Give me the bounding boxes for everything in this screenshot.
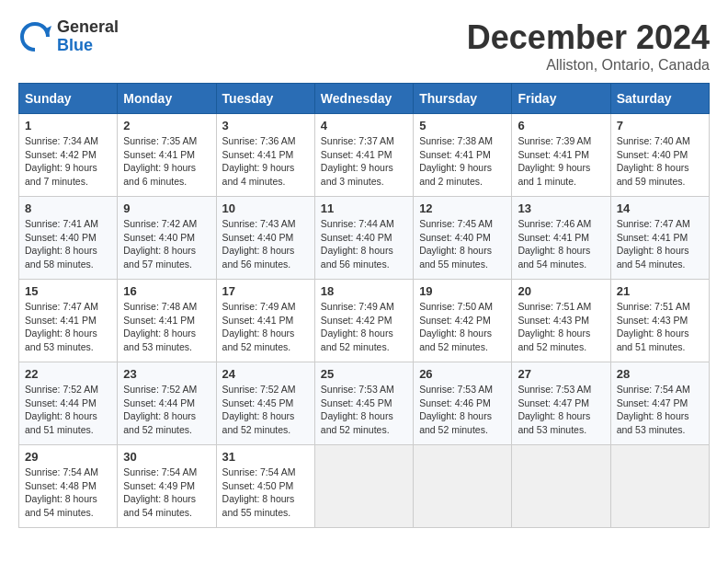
calendar-table: SundayMondayTuesdayWednesdayThursdayFrid… xyxy=(18,83,710,528)
logo-icon xyxy=(18,20,51,53)
day-info: Sunrise: 7:51 AM Sunset: 4:43 PM Dayligh… xyxy=(518,300,604,354)
day-info: Sunrise: 7:35 AM Sunset: 4:41 PM Dayligh… xyxy=(123,134,210,189)
calendar-cell: 30 Sunrise: 7:54 AM Sunset: 4:49 PM Dayl… xyxy=(118,445,216,528)
calendar-cell xyxy=(414,445,512,528)
day-info: Sunrise: 7:41 AM Sunset: 4:40 PM Dayligh… xyxy=(25,217,111,271)
day-info: Sunrise: 7:54 AM Sunset: 4:49 PM Dayligh… xyxy=(123,465,210,520)
day-info: Sunrise: 7:43 AM Sunset: 4:40 PM Dayligh… xyxy=(222,217,309,271)
day-number: 22 xyxy=(25,367,111,381)
day-number: 17 xyxy=(222,284,309,298)
calendar-cell: 12 Sunrise: 7:45 AM Sunset: 4:40 PM Dayl… xyxy=(414,197,512,280)
day-number: 12 xyxy=(419,201,506,215)
page-header: General Blue December 2024 Alliston, Ont… xyxy=(18,18,710,74)
day-info: Sunrise: 7:52 AM Sunset: 4:44 PM Dayligh… xyxy=(25,383,111,437)
calendar-cell: 3 Sunrise: 7:36 AM Sunset: 4:41 PM Dayli… xyxy=(216,114,314,197)
calendar-header-wednesday: Wednesday xyxy=(314,84,413,114)
day-number: 26 xyxy=(419,367,506,381)
calendar-cell: 4 Sunrise: 7:37 AM Sunset: 4:41 PM Dayli… xyxy=(314,114,413,197)
calendar-week-row: 29 Sunrise: 7:54 AM Sunset: 4:48 PM Dayl… xyxy=(19,445,710,528)
calendar-cell xyxy=(610,445,709,528)
calendar-cell: 21 Sunrise: 7:51 AM Sunset: 4:43 PM Dayl… xyxy=(610,280,709,362)
calendar-cell: 11 Sunrise: 7:44 AM Sunset: 4:40 PM Dayl… xyxy=(314,197,413,280)
day-info: Sunrise: 7:49 AM Sunset: 4:41 PM Dayligh… xyxy=(222,300,309,354)
calendar-cell: 28 Sunrise: 7:54 AM Sunset: 4:47 PM Dayl… xyxy=(610,362,709,445)
calendar-cell: 31 Sunrise: 7:54 AM Sunset: 4:50 PM Dayl… xyxy=(216,445,314,528)
day-number: 21 xyxy=(617,284,703,298)
day-info: Sunrise: 7:52 AM Sunset: 4:45 PM Dayligh… xyxy=(222,383,309,437)
day-number: 9 xyxy=(123,201,210,215)
calendar-cell: 8 Sunrise: 7:41 AM Sunset: 4:40 PM Dayli… xyxy=(19,197,118,280)
day-number: 7 xyxy=(617,119,703,132)
calendar-header-thursday: Thursday xyxy=(414,84,512,114)
calendar-week-row: 15 Sunrise: 7:47 AM Sunset: 4:41 PM Dayl… xyxy=(19,280,710,362)
calendar-cell: 25 Sunrise: 7:53 AM Sunset: 4:45 PM Dayl… xyxy=(314,362,413,445)
calendar-cell: 18 Sunrise: 7:49 AM Sunset: 4:42 PM Dayl… xyxy=(314,280,413,362)
day-number: 24 xyxy=(222,367,309,381)
day-info: Sunrise: 7:38 AM Sunset: 4:41 PM Dayligh… xyxy=(419,134,506,189)
calendar-cell: 5 Sunrise: 7:38 AM Sunset: 4:41 PM Dayli… xyxy=(414,114,512,197)
day-number: 23 xyxy=(123,367,210,381)
day-info: Sunrise: 7:48 AM Sunset: 4:41 PM Dayligh… xyxy=(123,300,210,354)
day-number: 11 xyxy=(321,201,407,215)
calendar-cell: 22 Sunrise: 7:52 AM Sunset: 4:44 PM Dayl… xyxy=(19,362,118,445)
calendar-week-row: 8 Sunrise: 7:41 AM Sunset: 4:40 PM Dayli… xyxy=(19,197,710,280)
calendar-cell: 23 Sunrise: 7:52 AM Sunset: 4:44 PM Dayl… xyxy=(118,362,216,445)
calendar-cell: 20 Sunrise: 7:51 AM Sunset: 4:43 PM Dayl… xyxy=(512,280,610,362)
day-number: 29 xyxy=(25,450,111,464)
day-number: 4 xyxy=(321,119,407,132)
day-number: 20 xyxy=(518,284,604,298)
calendar-cell: 7 Sunrise: 7:40 AM Sunset: 4:40 PM Dayli… xyxy=(610,114,709,197)
day-info: Sunrise: 7:42 AM Sunset: 4:40 PM Dayligh… xyxy=(123,217,210,271)
day-info: Sunrise: 7:52 AM Sunset: 4:44 PM Dayligh… xyxy=(123,383,210,437)
calendar-cell: 19 Sunrise: 7:50 AM Sunset: 4:42 PM Dayl… xyxy=(414,280,512,362)
calendar-cell: 27 Sunrise: 7:53 AM Sunset: 4:47 PM Dayl… xyxy=(512,362,610,445)
calendar-cell: 10 Sunrise: 7:43 AM Sunset: 4:40 PM Dayl… xyxy=(216,197,314,280)
day-number: 2 xyxy=(123,119,210,132)
day-info: Sunrise: 7:44 AM Sunset: 4:40 PM Dayligh… xyxy=(321,217,407,271)
day-number: 25 xyxy=(321,367,407,381)
calendar-cell: 24 Sunrise: 7:52 AM Sunset: 4:45 PM Dayl… xyxy=(216,362,314,445)
day-info: Sunrise: 7:39 AM Sunset: 4:41 PM Dayligh… xyxy=(518,134,604,189)
calendar-cell: 26 Sunrise: 7:53 AM Sunset: 4:46 PM Dayl… xyxy=(414,362,512,445)
day-number: 14 xyxy=(617,201,703,215)
day-number: 28 xyxy=(617,367,703,381)
day-number: 30 xyxy=(123,450,210,464)
calendar-cell: 2 Sunrise: 7:35 AM Sunset: 4:41 PM Dayli… xyxy=(118,114,216,197)
logo-general: General xyxy=(57,18,119,37)
calendar-week-row: 22 Sunrise: 7:52 AM Sunset: 4:44 PM Dayl… xyxy=(19,362,710,445)
day-info: Sunrise: 7:36 AM Sunset: 4:41 PM Dayligh… xyxy=(222,134,309,189)
day-info: Sunrise: 7:47 AM Sunset: 4:41 PM Dayligh… xyxy=(25,300,111,354)
month-title: December 2024 xyxy=(467,18,710,57)
calendar-header-tuesday: Tuesday xyxy=(216,84,314,114)
day-number: 13 xyxy=(518,201,604,215)
day-number: 18 xyxy=(321,284,407,298)
title-block: December 2024 Alliston, Ontario, Canada xyxy=(467,18,710,74)
calendar-header-sunday: Sunday xyxy=(19,84,118,114)
calendar-cell: 1 Sunrise: 7:34 AM Sunset: 4:42 PM Dayli… xyxy=(19,114,118,197)
day-info: Sunrise: 7:53 AM Sunset: 4:47 PM Dayligh… xyxy=(518,383,604,437)
calendar-cell xyxy=(512,445,610,528)
calendar-header-monday: Monday xyxy=(118,84,216,114)
day-number: 6 xyxy=(518,119,604,132)
day-number: 19 xyxy=(419,284,506,298)
calendar-header-saturday: Saturday xyxy=(610,84,709,114)
day-number: 5 xyxy=(419,119,506,132)
calendar-cell: 17 Sunrise: 7:49 AM Sunset: 4:41 PM Dayl… xyxy=(216,280,314,362)
calendar-cell: 6 Sunrise: 7:39 AM Sunset: 4:41 PM Dayli… xyxy=(512,114,610,197)
day-info: Sunrise: 7:54 AM Sunset: 4:47 PM Dayligh… xyxy=(617,383,703,437)
day-info: Sunrise: 7:51 AM Sunset: 4:43 PM Dayligh… xyxy=(617,300,703,354)
day-info: Sunrise: 7:54 AM Sunset: 4:48 PM Dayligh… xyxy=(25,465,111,520)
day-info: Sunrise: 7:50 AM Sunset: 4:42 PM Dayligh… xyxy=(419,300,506,354)
day-info: Sunrise: 7:54 AM Sunset: 4:50 PM Dayligh… xyxy=(222,465,309,520)
calendar-cell: 15 Sunrise: 7:47 AM Sunset: 4:41 PM Dayl… xyxy=(19,280,118,362)
day-info: Sunrise: 7:40 AM Sunset: 4:40 PM Dayligh… xyxy=(617,134,703,189)
day-number: 10 xyxy=(222,201,309,215)
day-number: 31 xyxy=(222,450,309,464)
day-info: Sunrise: 7:45 AM Sunset: 4:40 PM Dayligh… xyxy=(419,217,506,271)
calendar-week-row: 1 Sunrise: 7:34 AM Sunset: 4:42 PM Dayli… xyxy=(19,114,710,197)
day-number: 1 xyxy=(25,119,111,132)
day-info: Sunrise: 7:34 AM Sunset: 4:42 PM Dayligh… xyxy=(25,134,111,189)
day-info: Sunrise: 7:49 AM Sunset: 4:42 PM Dayligh… xyxy=(321,300,407,354)
calendar-cell: 29 Sunrise: 7:54 AM Sunset: 4:48 PM Dayl… xyxy=(19,445,118,528)
location-title: Alliston, Ontario, Canada xyxy=(467,57,710,74)
